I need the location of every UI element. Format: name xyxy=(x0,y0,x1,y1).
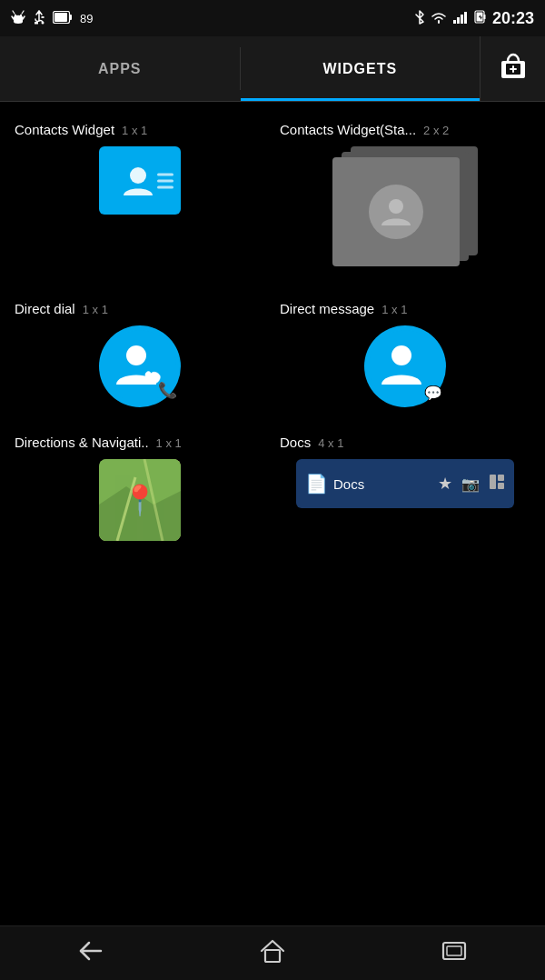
docs-icon-area: 📄 Docs xyxy=(305,473,431,495)
store-bag-icon xyxy=(498,50,529,87)
svg-rect-31 xyxy=(490,475,496,489)
svg-rect-15 xyxy=(464,12,467,24)
svg-rect-14 xyxy=(461,15,463,24)
docs-preview: 📄 Docs ★ 📷 xyxy=(280,459,530,508)
map-pin-icon: 📍 xyxy=(122,483,158,517)
svg-point-26 xyxy=(391,345,411,365)
widget-cell-direct-dial[interactable]: Direct dial 1 x 1 📞 xyxy=(7,292,272,425)
widget-cell-docs[interactable]: Docs 4 x 1 📄 Docs ★ 📷 xyxy=(272,425,538,559)
battery-percentage: 89 xyxy=(80,12,93,25)
svg-line-4 xyxy=(13,11,15,14)
direct-dial-size: 1 x 1 xyxy=(83,303,108,316)
direct-dial-icon: 📞 xyxy=(99,325,181,407)
usb-icon xyxy=(33,10,45,27)
widget-cell-direct-message[interactable]: Direct message 1 x 1 💬 xyxy=(272,292,538,425)
android-icon xyxy=(11,10,25,27)
direct-dial-preview: 📞 xyxy=(15,325,265,407)
direct-message-name: Direct message xyxy=(280,301,374,316)
svg-point-24 xyxy=(126,345,146,365)
widget-label-row-directions: Directions & Navigati.. 1 x 1 xyxy=(15,435,265,450)
stack-card-front xyxy=(332,157,460,266)
status-time: 20:23 xyxy=(492,9,534,28)
svg-rect-34 xyxy=(265,950,280,962)
docs-name: Docs xyxy=(280,435,311,450)
svg-rect-17 xyxy=(483,15,485,19)
dial-phone-icon: 📞 xyxy=(158,381,177,400)
widget-list: Contacts Widget 1 x 1 xyxy=(0,102,545,925)
widget-cell-contacts[interactable]: Contacts Widget 1 x 1 xyxy=(7,113,272,292)
svg-line-2 xyxy=(12,16,14,19)
app-store-button[interactable] xyxy=(480,36,545,101)
docs-actions: ★ 📷 xyxy=(438,474,505,494)
back-icon xyxy=(78,941,104,966)
signal-icon xyxy=(452,11,469,26)
widget-cell-contacts-stack[interactable]: Contacts Widget(Sta... 2 x 2 xyxy=(272,113,538,292)
docs-widget-icon: 📄 Docs ★ 📷 xyxy=(296,459,514,508)
contacts-icon-box xyxy=(99,146,181,215)
contact-lines xyxy=(157,173,173,188)
contacts-stack-size: 2 x 2 xyxy=(423,124,449,137)
direct-dial-name: Direct dial xyxy=(15,301,75,316)
status-bar: 89 xyxy=(0,0,545,36)
home-icon xyxy=(260,939,285,968)
svg-rect-8 xyxy=(42,16,45,18)
direct-message-preview: 💬 xyxy=(280,325,530,407)
tab-apps[interactable]: APPS xyxy=(0,36,240,101)
svg-line-5 xyxy=(22,11,24,14)
svg-rect-33 xyxy=(498,483,504,489)
svg-rect-12 xyxy=(453,20,456,24)
status-bar-right: 20:23 xyxy=(414,9,534,28)
battery-89-icon xyxy=(53,11,73,26)
status-bar-left: 89 xyxy=(11,10,93,27)
svg-rect-32 xyxy=(498,475,504,481)
directions-name: Directions & Navigati.. xyxy=(15,435,149,450)
contacts-stack-preview xyxy=(280,146,530,274)
direct-message-icon: 💬 xyxy=(364,325,446,407)
widget-label-row-contacts: Contacts Widget 1 x 1 xyxy=(15,122,265,137)
widget-cell-directions[interactable]: Directions & Navigati.. 1 x 1 📍 xyxy=(7,425,272,559)
svg-rect-10 xyxy=(70,15,73,20)
svg-point-7 xyxy=(42,21,45,24)
contacts-stack-icon-box xyxy=(332,146,478,274)
bluetooth-icon xyxy=(414,10,425,27)
charge-icon xyxy=(474,10,487,27)
docs-file-icon: 📄 xyxy=(305,473,328,495)
tab-widgets[interactable]: WIDGETS xyxy=(241,36,481,101)
svg-rect-13 xyxy=(457,17,460,24)
directions-icon: 📍 xyxy=(99,459,181,541)
bottom-nav xyxy=(0,925,545,980)
docs-camera-icon: 📷 xyxy=(461,475,480,493)
contacts-widget-preview xyxy=(15,146,265,215)
widget-label-row-docs: Docs 4 x 1 xyxy=(280,435,530,450)
docs-star-icon: ★ xyxy=(438,474,452,494)
svg-rect-6 xyxy=(35,22,38,25)
wifi-icon xyxy=(431,11,447,26)
widget-label-row-contacts-stack: Contacts Widget(Sta... 2 x 2 xyxy=(280,122,530,137)
message-bubble-icon: 💬 xyxy=(424,385,442,402)
recents-button[interactable] xyxy=(418,934,490,974)
directions-preview: 📍 xyxy=(15,459,265,541)
svg-point-21 xyxy=(130,167,146,184)
svg-rect-36 xyxy=(447,946,461,955)
widget-label-row-direct-message: Direct message 1 x 1 xyxy=(280,301,530,316)
widget-grid: Contacts Widget 1 x 1 xyxy=(7,113,538,559)
svg-line-3 xyxy=(23,16,25,19)
direct-message-size: 1 x 1 xyxy=(382,303,407,316)
recents-icon xyxy=(441,941,467,966)
docs-label: Docs xyxy=(333,476,364,492)
directions-size: 1 x 1 xyxy=(156,436,182,450)
back-button[interactable] xyxy=(54,934,127,974)
contacts-widget-size: 1 x 1 xyxy=(122,124,147,137)
stack-person-icon xyxy=(369,185,423,239)
contacts-widget-name: Contacts Widget xyxy=(15,122,114,137)
home-button[interactable] xyxy=(236,934,309,974)
svg-rect-11 xyxy=(54,13,67,22)
widget-label-row-direct-dial: Direct dial 1 x 1 xyxy=(15,301,265,316)
docs-share-icon xyxy=(489,474,505,494)
tab-bar: APPS WIDGETS xyxy=(0,36,545,102)
svg-point-22 xyxy=(389,199,403,214)
contacts-stack-name: Contacts Widget(Sta... xyxy=(280,122,416,137)
docs-size: 4 x 1 xyxy=(318,436,343,450)
